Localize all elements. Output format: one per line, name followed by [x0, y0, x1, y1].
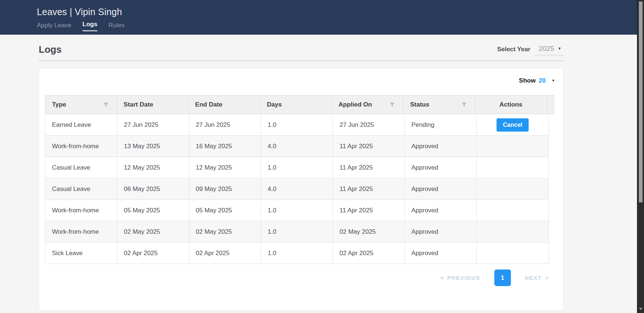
cell-type: Casual Leave [45, 157, 117, 178]
table-header-row: Type Start Date End Date Days Applied On [45, 95, 554, 114]
column-header-type: Type [45, 95, 117, 114]
next-page-button[interactable]: NEXT > [525, 275, 549, 281]
tab-rules[interactable]: Rules [108, 22, 124, 31]
scrollbar-thumb[interactable] [639, 1, 643, 202]
cell-end-date: 02 Apr 2025 [189, 243, 261, 264]
cell-days: 1.0 [261, 243, 333, 264]
cell-end-date: 12 May 2025 [189, 157, 261, 178]
cell-start-date: 02 Apr 2025 [117, 243, 189, 264]
cell-start-date: 05 May 2025 [117, 200, 189, 221]
vertical-scrollbar[interactable] [637, 0, 644, 313]
cell-start-date: 02 May 2025 [117, 221, 189, 243]
table-row: Earned Leave 27 Jun 2025 27 Jun 2025 1.0… [45, 114, 549, 136]
chevron-left-icon: < [441, 275, 444, 281]
cell-applied-on: 02 Apr 2025 [333, 243, 405, 264]
cell-applied-on: 11 Apr 2025 [333, 157, 405, 178]
cell-type: Sick Leave [45, 243, 117, 264]
scrollbar-down-arrow-icon[interactable] [639, 308, 643, 310]
cell-start-date: 12 May 2025 [117, 157, 189, 178]
cell-applied-on: 11 Apr 2025 [333, 200, 405, 221]
cell-days: 1.0 [261, 157, 333, 178]
table-row: Work-from-home 05 May 2025 05 May 2025 1… [45, 200, 549, 221]
cell-days: 4.0 [261, 136, 333, 157]
next-label: NEXT [525, 275, 542, 281]
page-size-value: 20 [539, 77, 546, 84]
cell-start-date: 27 Jun 2025 [117, 114, 189, 136]
cell-status: Approved [405, 178, 477, 200]
cell-days: 1.0 [261, 221, 333, 243]
cell-actions [477, 221, 549, 243]
column-header-end-date: End Date [189, 95, 260, 114]
cell-actions [477, 243, 549, 264]
cell-start-date: 13 May 2025 [117, 136, 189, 157]
column-label: Applied On [338, 101, 372, 108]
cell-status: Approved [405, 200, 477, 221]
table-row: Sick Leave 02 Apr 2025 02 Apr 2025 1.0 0… [45, 243, 549, 264]
chevron-down-icon: ▼ [551, 79, 555, 83]
cell-type: Work-from-home [45, 200, 117, 221]
cell-start-date: 06 May 2025 [117, 178, 189, 200]
column-header-status: Status [403, 95, 475, 114]
cell-actions [477, 136, 549, 157]
cell-days: 4.0 [261, 178, 333, 200]
top-navbar: Leaves | Vipin Singh Apply Leave Logs Ru… [0, 0, 637, 35]
cell-days: 1.0 [261, 114, 333, 136]
cell-actions: Cancel [477, 114, 549, 136]
previous-page-button[interactable]: < PREVIOUS [441, 275, 480, 281]
chevron-right-icon: > [545, 275, 549, 281]
pagination: < PREVIOUS 1 NEXT > [441, 269, 549, 286]
cell-actions [477, 157, 549, 178]
cell-actions [477, 200, 549, 221]
cell-type: Work-from-home [45, 221, 117, 243]
tab-apply-leave[interactable]: Apply Leave [37, 22, 72, 31]
tab-logs[interactable]: Logs [83, 21, 98, 31]
year-select-value: 2025 [539, 45, 554, 53]
page-size-dropdown[interactable]: Show 20 ▼ [519, 77, 555, 84]
page-header: Logs Select Year 2025 ▼ [39, 41, 564, 58]
table-body: Earned Leave 27 Jun 2025 27 Jun 2025 1.0… [45, 114, 549, 264]
cell-status: Approved [405, 136, 477, 157]
column-header-days: Days [260, 95, 332, 114]
leaves-table: Type Start Date End Date Days Applied On [45, 95, 554, 264]
cell-type: Casual Leave [45, 178, 117, 200]
cell-status: Approved [405, 243, 477, 264]
cell-actions [477, 178, 549, 200]
logs-card: Show 20 ▼ Type Start Date End Date Days … [39, 68, 564, 311]
column-label: Days [267, 101, 282, 108]
table-row: Casual Leave 06 May 2025 09 May 2025 4.0… [45, 178, 549, 200]
nav-tabs: Apply Leave Logs Rules [37, 21, 637, 31]
cell-applied-on: 11 Apr 2025 [333, 178, 405, 200]
column-label: Start Date [123, 101, 153, 108]
header-divider [39, 60, 564, 61]
column-label: End Date [195, 101, 223, 108]
previous-label: PREVIOUS [447, 275, 480, 281]
column-header-applied-on: Applied On [332, 95, 403, 114]
column-label: Type [52, 101, 66, 108]
chevron-down-icon: ▼ [558, 47, 561, 51]
page-title-bar: Leaves | Vipin Singh [37, 7, 637, 17]
page-heading: Logs [39, 44, 62, 55]
cell-status: Approved [405, 221, 477, 243]
page-number-button[interactable]: 1 [494, 269, 511, 286]
table-row: Casual Leave 12 May 2025 12 May 2025 1.0… [45, 157, 549, 178]
cell-status: Approved [405, 157, 477, 178]
cell-type: Work-from-home [45, 136, 117, 157]
cancel-button[interactable]: Cancel [497, 118, 528, 132]
column-header-start-date: Start Date [117, 95, 188, 114]
cell-applied-on: 27 Jun 2025 [333, 114, 405, 136]
cell-status: Pending [405, 114, 477, 136]
year-select-dropdown[interactable]: 2025 ▼ [536, 44, 564, 55]
filter-icon[interactable] [103, 102, 108, 107]
cell-type: Earned Leave [45, 114, 117, 136]
header-filler [547, 95, 554, 114]
cell-end-date: 16 May 2025 [189, 136, 261, 157]
cell-applied-on: 02 May 2025 [333, 221, 405, 243]
filter-icon[interactable] [462, 102, 467, 107]
column-header-actions: Actions [475, 95, 547, 114]
cell-applied-on: 11 Apr 2025 [333, 136, 405, 157]
filter-icon[interactable] [390, 102, 395, 107]
year-filter-label: Select Year [497, 46, 530, 53]
cell-end-date: 02 May 2025 [189, 221, 261, 243]
table-row: Work-from-home 02 May 2025 02 May 2025 1… [45, 221, 549, 243]
cell-end-date: 05 May 2025 [189, 200, 261, 221]
